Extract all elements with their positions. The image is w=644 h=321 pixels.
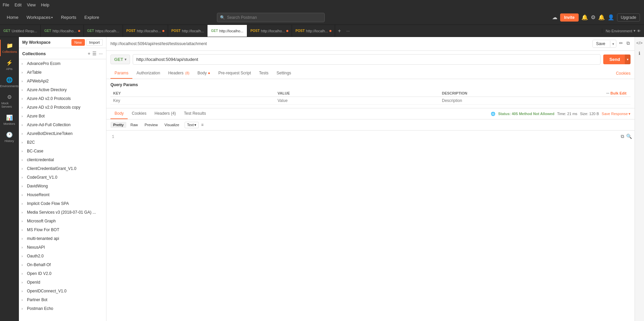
list-item[interactable]: ›HouseReont	[19, 190, 106, 199]
pretty-button[interactable]: Pretty	[110, 122, 126, 128]
value-input[interactable]	[278, 98, 437, 103]
list-item[interactable]: ›Open ID V2.0	[19, 269, 106, 278]
list-item[interactable]: ›On-Behalf-Of	[19, 260, 106, 269]
list-item[interactable]: ›Azure-Ad-Full Collection	[19, 120, 106, 129]
sidebar-item-apis[interactable]: ⚡ APIs	[0, 57, 19, 73]
menu-file[interactable]: File	[3, 3, 9, 7]
preview-button[interactable]: Preview	[142, 122, 160, 128]
tab-1[interactable]: GET http://localho...	[41, 25, 84, 37]
resp-tab-body[interactable]: Body	[110, 108, 128, 119]
raw-button[interactable]: Raw	[128, 122, 140, 128]
visualize-button[interactable]: Visualize	[162, 122, 182, 128]
search-bar[interactable]: 🔍 Search Postman	[217, 13, 325, 22]
list-item[interactable]: ›multi-tenanted api	[19, 234, 106, 243]
url-input[interactable]	[133, 54, 601, 65]
nav-home[interactable]: Home	[4, 13, 21, 21]
notifications-icon[interactable]: 🔔	[598, 14, 605, 21]
sync-icon[interactable]: ☁	[552, 14, 557, 21]
copy-icon[interactable]: ⧉	[626, 40, 631, 48]
list-item[interactable]: ›AzureBotDirectLineToken	[19, 129, 106, 138]
tab-settings[interactable]: Settings	[272, 68, 295, 79]
send-dropdown-button[interactable]: ▾	[625, 55, 631, 64]
avatar-icon[interactable]: 👤	[608, 14, 614, 21]
resp-tab-headers[interactable]: Headers (4)	[151, 108, 180, 119]
description-input[interactable]	[442, 98, 601, 103]
cookies-link[interactable]: Cookies	[616, 71, 631, 76]
sidebar-item-environments[interactable]: 🌐 Environments	[0, 74, 19, 91]
menu-help[interactable]: Help	[41, 3, 50, 7]
tab-2[interactable]: GET https://localh...	[84, 25, 123, 37]
more-options-icon[interactable]: ···	[99, 51, 103, 56]
tab-tests[interactable]: Tests	[255, 68, 272, 79]
list-item[interactable]: ›Azure Bot	[19, 112, 106, 120]
nav-workspaces[interactable]: Workspaces ▾	[24, 13, 56, 21]
list-item[interactable]: ›NexusAPI	[19, 243, 106, 252]
list-item[interactable]: ›Media Services v3 (2018-07-01 GA) ...	[19, 208, 106, 217]
resp-tab-test-results[interactable]: Test Results	[180, 108, 210, 119]
environment-selector[interactable]: No Environment ▾ 👁	[602, 29, 644, 33]
menu-view[interactable]: View	[27, 3, 36, 7]
invite-button[interactable]: Invite	[560, 13, 579, 22]
save-button[interactable]: Save	[593, 40, 609, 47]
import-button[interactable]: Import	[86, 39, 103, 46]
add-collection-icon[interactable]: +	[88, 51, 90, 56]
list-item[interactable]: ›Implicit Code Flow SPA	[19, 199, 106, 208]
nav-explore[interactable]: Explore	[82, 13, 102, 21]
list-item[interactable]: ›Azure Active Directory	[19, 85, 106, 94]
text-format-selector[interactable]: Text ▾	[185, 122, 199, 128]
bell-icon[interactable]: 🔔	[581, 14, 588, 21]
method-selector[interactable]: GET ▾	[110, 55, 130, 64]
list-item[interactable]: ›ClientCredentialGrant_V1.0	[19, 164, 106, 173]
resp-tab-cookies[interactable]: Cookies	[128, 108, 150, 119]
tab-3[interactable]: POST http://localho...	[123, 25, 168, 37]
sidebar-item-monitors[interactable]: 📊 Monitors	[0, 112, 19, 128]
tab-5[interactable]: GET http://localho...	[207, 25, 247, 37]
save-dropdown-button[interactable]: ▾	[610, 41, 616, 47]
more-tabs-button[interactable]: ···	[344, 29, 352, 33]
edit-icon[interactable]: ✏	[618, 40, 624, 48]
more-options-icon[interactable]: ···	[606, 91, 609, 95]
tab-7[interactable]: POST http://localh...	[292, 25, 335, 37]
bulk-edit-button[interactable]: Bulk Edit	[610, 91, 626, 95]
upgrade-button[interactable]: Upgrade	[617, 13, 640, 22]
list-item[interactable]: ›Partner Bot	[19, 295, 106, 304]
list-item[interactable]: ›AirTable	[19, 68, 106, 77]
tab-authorization[interactable]: Authorization	[132, 68, 164, 79]
filter-icon[interactable]: ☰	[92, 51, 97, 56]
list-item[interactable]: ›Azure AD v2.0 Protocols copy	[19, 103, 106, 112]
code-icon[interactable]: </>	[634, 38, 644, 47]
tab-prerequest[interactable]: Pre-request Script	[214, 68, 255, 79]
sidebar-item-collections[interactable]: 📁 Collections	[0, 40, 19, 56]
new-tab-button[interactable]: +	[335, 28, 344, 34]
list-item[interactable]: ›CodeGrant_V1.0	[19, 173, 106, 182]
tab-6[interactable]: POST http://localho...	[247, 25, 292, 37]
list-item[interactable]: ›Oauth2.0	[19, 252, 106, 260]
list-item[interactable]: ›B2C	[19, 138, 106, 147]
list-item[interactable]: ›BC-Case	[19, 147, 106, 155]
tab-headers[interactable]: Headers (8)	[164, 68, 193, 79]
send-button[interactable]: Send	[603, 55, 626, 64]
save-response-button[interactable]: Save Response ▾	[602, 112, 631, 116]
list-item[interactable]: ›MS Flow For BOT	[19, 225, 106, 234]
tab-params[interactable]: Params	[110, 68, 132, 79]
tab-0[interactable]: GET Untitled Requ...	[0, 25, 41, 37]
list-item[interactable]: ›Microsoft Graph	[19, 217, 106, 225]
list-item[interactable]: ›OpenIDConnect_V1.0	[19, 287, 106, 295]
info-icon[interactable]: ℹ	[637, 49, 642, 58]
search-response-icon[interactable]: 🔍	[626, 133, 632, 140]
list-item[interactable]: ›OpenId	[19, 278, 106, 287]
menu-edit[interactable]: Edit	[14, 3, 22, 7]
list-item[interactable]: ›Azure AD v2.0 Protocols	[19, 94, 106, 103]
list-item[interactable]: ›AdvancePro Ecom	[19, 59, 106, 68]
key-input[interactable]	[113, 98, 272, 103]
nav-reports[interactable]: Reports	[58, 13, 79, 21]
tab-4[interactable]: POST http://localh...	[168, 25, 208, 37]
tab-body[interactable]: Body ●	[193, 68, 214, 79]
settings-icon[interactable]: ⚙	[591, 14, 595, 21]
sidebar-item-history[interactable]: 🕐 History	[0, 129, 19, 145]
new-button[interactable]: New	[71, 39, 85, 46]
format-lines-icon[interactable]: ≡	[200, 121, 204, 128]
list-item[interactable]: ›Postman Echo	[19, 304, 106, 313]
list-item[interactable]: ›DavidWong	[19, 182, 106, 190]
list-item[interactable]: ›APWebApi2	[19, 77, 106, 85]
